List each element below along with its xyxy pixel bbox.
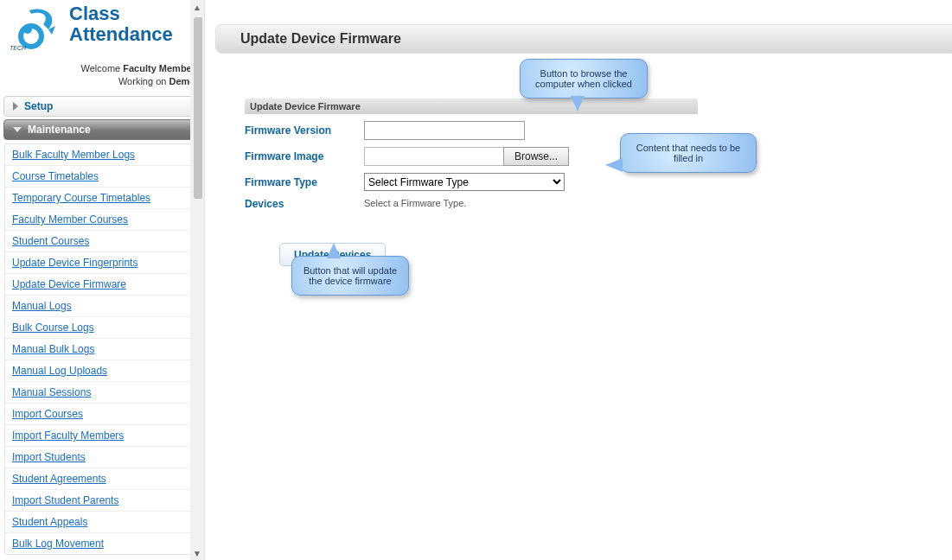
scroll-track[interactable] <box>194 17 202 543</box>
callout-update-text: Button that will update the device firmw… <box>303 265 397 286</box>
sidebar-item-student-appeals[interactable]: Student Appeals <box>5 512 199 533</box>
page-title: Update Device Firmware <box>215 24 952 54</box>
scroll-down-icon[interactable]: ▼ <box>190 546 204 560</box>
form-header: Update Device Firmware <box>245 99 698 114</box>
chevron-right-icon <box>13 102 18 111</box>
app-title: Class Attendance <box>69 3 173 45</box>
svg-text:TECH: TECH <box>10 45 27 51</box>
sidebar-item-course-timetables[interactable]: Course Timetables <box>5 166 199 188</box>
sidebar-item-bulk-faculty-member-logs[interactable]: Bulk Faculty Member Logs <box>5 144 199 166</box>
section-setup[interactable]: Setup <box>3 96 201 117</box>
sidebar-item-faculty-member-courses[interactable]: Faculty Member Courses <box>5 209 199 231</box>
sidebar-item-import-students[interactable]: Import Students <box>5 447 199 468</box>
sidebar-item-manual-bulk-logs[interactable]: Manual Bulk Logs <box>5 339 199 360</box>
devices-hint: Select a Firmware Type. <box>364 198 466 208</box>
browse-button[interactable]: Browse... <box>503 147 569 166</box>
sidebar-item-update-device-firmware[interactable]: Update Device Firmware <box>5 274 199 296</box>
welcome-text: Welcome Faculty Member Working on Demo <box>0 62 204 93</box>
welcome-role: Faculty Member <box>123 63 195 73</box>
sidebar-item-update-device-fingerprints[interactable]: Update Device Fingerprints <box>5 252 199 274</box>
sidebar-item-temporary-course-timetables[interactable]: Temporary Course Timetables <box>5 188 199 209</box>
sidebar-item-manual-sessions[interactable]: Manual Sessions <box>5 382 199 404</box>
maintenance-menu: Bulk Faculty Member LogsCourse Timetable… <box>4 143 200 555</box>
callout-content-text: Content that needs to be filled in <box>636 143 740 163</box>
app-title-line2: Attendance <box>69 24 173 45</box>
section-setup-label: Setup <box>24 97 53 116</box>
sidebar-item-import-student-parents[interactable]: Import Student Parents <box>5 490 199 512</box>
sidebar-item-student-courses[interactable]: Student Courses <box>5 231 199 252</box>
sidebar-item-manual-log-uploads[interactable]: Manual Log Uploads <box>5 360 199 382</box>
label-firmware-image: Firmware Image <box>245 150 364 162</box>
welcome-prefix: Welcome <box>81 63 124 73</box>
firmware-form: Update Device Firmware Firmware Version … <box>245 99 712 266</box>
callout-browse-text: Button to browse the computer when click… <box>535 68 632 89</box>
sidebar-item-bulk-log-movement[interactable]: Bulk Log Movement <box>5 533 199 554</box>
scroll-thumb[interactable] <box>194 17 202 199</box>
app-logo: TECH <box>5 3 64 55</box>
firmware-image-path[interactable] <box>364 147 503 166</box>
section-maintenance[interactable]: Maintenance <box>3 119 201 140</box>
sidebar-scrollbar[interactable]: ▲ ▼ <box>190 0 204 560</box>
svg-point-2 <box>23 25 32 34</box>
app-title-line1: Class <box>69 3 173 24</box>
label-devices: Devices <box>245 198 364 210</box>
sidebar-item-import-faculty-members[interactable]: Import Faculty Members <box>5 425 199 447</box>
label-firmware-version: Firmware Version <box>245 124 364 137</box>
callout-tail-icon <box>605 158 623 172</box>
chevron-down-icon <box>13 127 22 132</box>
sidebar-item-student-agreements[interactable]: Student Agreements <box>5 468 199 490</box>
sidebar-item-bulk-course-logs[interactable]: Bulk Course Logs <box>5 317 199 339</box>
firmware-type-select[interactable]: Select Firmware Type <box>364 173 565 191</box>
label-firmware-type: Firmware Type <box>245 176 364 188</box>
callout-tail-icon <box>327 243 341 258</box>
callout-update: Button that will update the device firmw… <box>291 256 409 296</box>
firmware-version-input[interactable] <box>364 121 525 140</box>
main-content: Update Device Firmware Update Device Fir… <box>205 0 952 560</box>
sidebar-item-manual-logs[interactable]: Manual Logs <box>5 296 199 317</box>
callout-content: Content that needs to be filled in <box>620 133 757 173</box>
callout-tail-icon <box>571 96 585 111</box>
section-maintenance-label: Maintenance <box>28 120 91 139</box>
logo-icon: TECH <box>5 3 64 55</box>
brand-block: TECH Class Attendance <box>0 0 204 62</box>
working-prefix: Working on <box>118 76 169 86</box>
scroll-up-icon[interactable]: ▲ <box>190 0 204 14</box>
callout-browse: Button to browse the computer when click… <box>520 59 648 99</box>
sidebar-item-import-courses[interactable]: Import Courses <box>5 404 199 425</box>
sidebar: TECH Class Attendance Welcome Faculty Me… <box>0 0 205 560</box>
